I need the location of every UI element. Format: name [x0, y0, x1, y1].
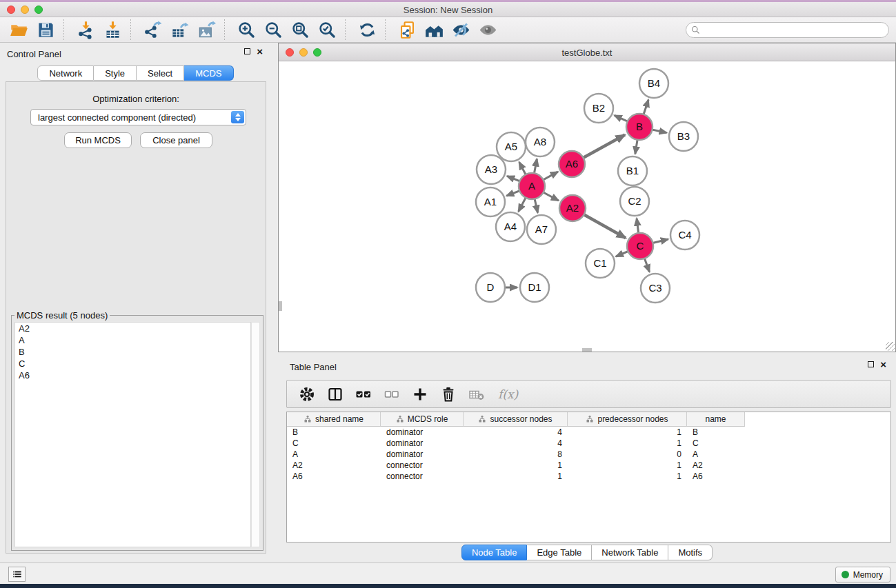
table-cell[interactable]: 1 — [568, 471, 687, 482]
import-network-button[interactable] — [74, 19, 97, 41]
graph-node-A1[interactable]: A1 — [476, 187, 505, 216]
graph-node-A2[interactable]: A2 — [559, 195, 586, 221]
close-panel-icon[interactable]: × — [257, 48, 263, 55]
export-table-button[interactable] — [168, 19, 191, 41]
close-panel-button[interactable]: Close panel — [140, 132, 212, 148]
graph-node-A4[interactable]: A4 — [496, 212, 525, 241]
graph-node-D1[interactable]: D1 — [520, 273, 549, 302]
table-cell[interactable]: C — [287, 438, 381, 449]
table-cell[interactable]: 1 — [568, 438, 687, 449]
network-canvas[interactable]: AA1A2A3A4A5A6A7A8BB1B2B3B4CC1C2C3C4DD1 — [279, 61, 895, 352]
window-resize-grip[interactable] — [886, 342, 895, 351]
table-cell[interactable]: 4 — [464, 438, 568, 449]
tab-edge-table[interactable]: Edge Table — [527, 545, 592, 560]
result-list-scrollbar[interactable] — [251, 322, 260, 547]
open-file-button[interactable] — [7, 19, 30, 41]
split-panel-button[interactable] — [327, 386, 344, 403]
table-cell[interactable]: C — [687, 438, 745, 449]
graph-node-C[interactable]: C — [627, 233, 653, 259]
network-graph[interactable]: AA1A2A3A4A5A6A7A8BB1B2B3B4CC1C2C3C4DD1 — [279, 61, 895, 352]
graph-node-B4[interactable]: B4 — [639, 69, 668, 98]
table-cell[interactable]: 1 — [464, 471, 568, 482]
zoom-out-button[interactable] — [261, 19, 285, 41]
graph-node-A3[interactable]: A3 — [477, 155, 506, 184]
show-graphics-details-button[interactable] — [476, 19, 499, 41]
table-cell[interactable]: dominator — [381, 449, 464, 460]
graph-node-B1[interactable]: B1 — [618, 156, 647, 185]
import-table-button[interactable] — [101, 19, 124, 41]
column-header-shared-name[interactable]: shared name — [287, 412, 381, 427]
graph-node-A6[interactable]: A6 — [559, 151, 585, 177]
table-row[interactable]: A6connector11A6 — [287, 471, 890, 482]
export-image-button[interactable] — [195, 19, 218, 41]
float-table-panel-icon[interactable] — [868, 361, 874, 367]
hide-visual-properties-button[interactable] — [449, 19, 472, 41]
delete-column-button[interactable] — [440, 386, 457, 403]
first-neighbors-button[interactable] — [422, 19, 446, 41]
table-cell[interactable]: dominator — [381, 438, 464, 449]
mcds-result-item[interactable]: A2 — [15, 323, 250, 334]
mcds-result-item[interactable]: A — [15, 334, 250, 346]
table-cell[interactable]: dominator — [381, 427, 464, 438]
tab-network-table[interactable]: Network Table — [592, 545, 668, 560]
select-all-columns-button[interactable] — [355, 386, 372, 403]
table-cell[interactable]: 1 — [464, 460, 568, 471]
float-panel-icon[interactable] — [244, 48, 250, 54]
table-cell[interactable]: 1 — [568, 427, 687, 438]
vertical-scroll-nub[interactable] — [279, 301, 282, 311]
mcds-result-item[interactable]: C — [15, 358, 250, 369]
graph-node-C3[interactable]: C3 — [641, 274, 670, 303]
table-cell[interactable]: B — [687, 427, 745, 438]
zoom-fit-button[interactable] — [288, 19, 312, 41]
table-cell[interactable]: A — [287, 449, 381, 460]
graph-node-C4[interactable]: C4 — [670, 221, 699, 250]
tab-motifs[interactable]: Motifs — [668, 545, 713, 560]
horizontal-scroll-nub[interactable] — [582, 348, 592, 352]
tab-network[interactable]: Network — [37, 65, 94, 81]
column-header-predecessor-nodes[interactable]: predecessor nodes — [568, 412, 687, 427]
table-row[interactable]: A2connector11A2 — [287, 460, 890, 471]
table-cell[interactable]: A2 — [287, 460, 381, 471]
save-session-button[interactable] — [34, 19, 57, 41]
table-settings-button[interactable] — [299, 386, 315, 403]
status-menu-button[interactable] — [8, 567, 26, 582]
graph-node-B3[interactable]: B3 — [669, 122, 698, 151]
table-cell[interactable]: 4 — [464, 427, 568, 438]
mcds-result-list[interactable]: A2ABCA6 — [14, 322, 251, 547]
column-header-successor-nodes[interactable]: successor nodes — [464, 412, 568, 427]
table-row[interactable]: Bdominator41B — [287, 427, 890, 438]
run-mcds-button[interactable]: Run MCDS — [64, 132, 132, 148]
mcds-result-item[interactable]: B — [15, 346, 250, 358]
table-cell[interactable]: B — [287, 427, 381, 438]
table-cell[interactable]: A6 — [687, 471, 745, 482]
tab-mcds[interactable]: MCDS — [184, 65, 233, 81]
table-cell[interactable]: 1 — [568, 460, 687, 471]
refresh-network-button[interactable] — [355, 19, 379, 41]
column-header-mcds-role[interactable]: MCDS role — [381, 412, 464, 427]
tab-style[interactable]: Style — [94, 65, 137, 81]
table-cell[interactable]: A6 — [287, 471, 381, 482]
graph-node-D[interactable]: D — [476, 273, 505, 302]
mcds-result-item[interactable]: A6 — [15, 369, 250, 381]
graph-node-B[interactable]: B — [626, 114, 653, 140]
graph-node-A7[interactable]: A7 — [527, 215, 556, 244]
table-row[interactable]: Cdominator41C — [287, 438, 890, 449]
graph-node-C2[interactable]: C2 — [620, 187, 649, 216]
graph-node-A8[interactable]: A8 — [526, 128, 555, 156]
zoom-selected-button[interactable] — [315, 19, 339, 41]
create-column-button[interactable] — [412, 386, 428, 403]
tab-select[interactable]: Select — [137, 65, 184, 81]
table-row[interactable]: Adominator80A — [287, 449, 890, 460]
table-cell[interactable]: A2 — [687, 460, 745, 471]
export-network-button[interactable] — [141, 19, 164, 41]
graph-node-C1[interactable]: C1 — [586, 249, 615, 278]
search-input[interactable] — [686, 22, 889, 38]
tab-node-table[interactable]: Node Table — [461, 545, 528, 560]
table-cell[interactable]: A — [687, 449, 745, 460]
clone-network-button[interactable] — [395, 19, 419, 41]
close-table-panel-icon[interactable]: × — [880, 361, 886, 368]
memory-button[interactable]: Memory — [835, 567, 890, 582]
graph-node-B2[interactable]: B2 — [584, 94, 613, 123]
optimization-criterion-dropdown[interactable]: largest connected component (directed) — [30, 109, 246, 125]
unselect-all-columns-button[interactable] — [384, 386, 400, 403]
